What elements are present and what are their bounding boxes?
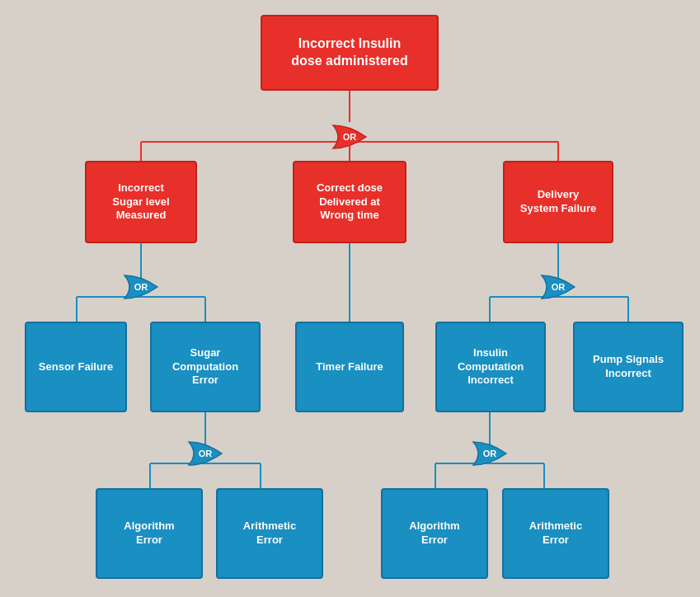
or-gate-left: OR bbox=[121, 272, 161, 302]
algorithm-error-right: AlgorithmError bbox=[381, 488, 488, 579]
or-gate-right-2: OR bbox=[470, 439, 510, 468]
root-node: Incorrect Insulindose administered bbox=[261, 15, 439, 91]
pump-signals-incorrect: Pump SignalsIncorrect bbox=[573, 322, 684, 412]
arithmetic-error-right: ArithmeticError bbox=[502, 488, 609, 579]
insulin-computation-incorrect: InsulinComputationIncorrect bbox=[435, 322, 546, 412]
arithmetic-error-left: ArithmeticError bbox=[216, 488, 323, 579]
svg-text:OR: OR bbox=[343, 132, 357, 142]
level1-sugar-measured: IncorrectSugar levelMeasured bbox=[85, 161, 197, 243]
svg-text:OR: OR bbox=[483, 449, 497, 458]
level1-delivery-failure: DeliverySystem Failure bbox=[503, 161, 613, 243]
or-gate-left-2: OR bbox=[186, 439, 225, 468]
timer-failure: Timer Failure bbox=[295, 322, 404, 412]
svg-text:OR: OR bbox=[134, 282, 148, 292]
svg-text:OR: OR bbox=[199, 449, 213, 458]
svg-text:OR: OR bbox=[552, 282, 566, 292]
algorithm-error-left: AlgorithmError bbox=[96, 488, 203, 579]
sugar-computation-error: SugarComputationError bbox=[150, 322, 261, 412]
sensor-failure: Sensor Failure bbox=[25, 322, 127, 412]
or-gate-1: OR bbox=[330, 122, 369, 152]
or-gate-right: OR bbox=[538, 272, 578, 302]
fault-tree-diagram: Incorrect Insulindose administered OR In… bbox=[0, 0, 700, 597]
level1-wrong-time: Correct doseDelivered atWrong time bbox=[293, 161, 406, 243]
